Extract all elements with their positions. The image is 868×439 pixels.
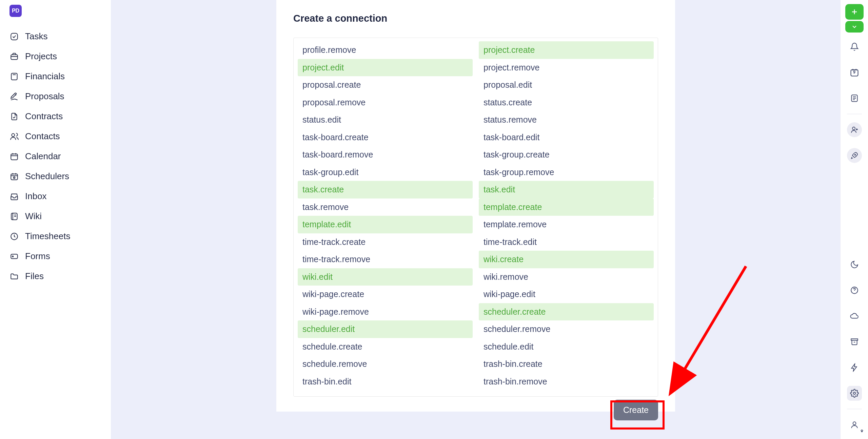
svg-point-17 [853, 422, 856, 425]
document-check-icon [9, 112, 19, 121]
permission-proposal-edit[interactable]: proposal.edit [479, 76, 654, 94]
permission-project-create[interactable]: project.create [479, 41, 654, 59]
calendar-today-icon[interactable]: 9 [847, 65, 862, 80]
permission-status-remove[interactable]: status.remove [479, 111, 654, 129]
permission-task-board-edit[interactable]: task-board.edit [479, 129, 654, 146]
permission-trash-bin-create[interactable]: trash-bin.create [479, 355, 654, 373]
svg-point-16 [853, 392, 855, 395]
help-icon[interactable] [847, 283, 862, 298]
sidebar-item-label: Financials [25, 71, 65, 82]
check-icon [9, 32, 19, 41]
permission-proposal-create[interactable]: proposal.create [298, 76, 473, 94]
sidebar-item-label: Wiki [25, 211, 42, 222]
profile-icon[interactable] [847, 417, 862, 432]
permission-template-remove[interactable]: template.remove [479, 216, 654, 233]
cloud-icon[interactable] [847, 309, 862, 323]
permission-trash-bin-remove[interactable]: trash-bin.remove [479, 373, 654, 391]
briefcase-icon [9, 52, 19, 61]
svg-point-10 [12, 256, 13, 257]
permission-schedule-remove[interactable]: schedule.remove [298, 355, 473, 373]
permission-schedule-create[interactable]: schedule.create [298, 338, 473, 356]
permission-template-edit[interactable]: template.edit [298, 216, 473, 233]
permission-schedule-edit[interactable]: schedule.edit [479, 338, 654, 356]
sidebar-item-label: Timesheets [25, 231, 70, 242]
permission-wiki-create[interactable]: wiki.create [479, 251, 654, 268]
sidebar-item-files[interactable]: Files [6, 266, 105, 286]
sidebar-item-label: Contacts [25, 131, 60, 142]
permission-wiki-page-create[interactable]: wiki-page.create [298, 286, 473, 303]
permission-task-board-create[interactable]: task-board.create [298, 129, 473, 146]
workspace-logo[interactable]: PD [9, 5, 22, 17]
launch-icon[interactable] [847, 148, 862, 163]
sidebar-item-schedulers[interactable]: Schedulers [6, 166, 105, 186]
sidebar-item-wiki[interactable]: Wiki [6, 206, 105, 226]
permission-task-remove[interactable]: task.remove [298, 198, 473, 216]
divider [847, 409, 862, 409]
folder-icon [9, 272, 19, 281]
permission-project-remove[interactable]: project.remove [479, 59, 654, 77]
permission-task-group-remove[interactable]: task-group.remove [479, 164, 654, 181]
sidebar-item-contracts[interactable]: Contracts [6, 106, 105, 126]
permission-wiki-page-edit[interactable]: wiki-page.edit [479, 286, 654, 303]
notes-icon[interactable] [847, 91, 862, 106]
bolt-icon[interactable] [847, 360, 862, 375]
sidebar-item-contacts[interactable]: Contacts [6, 126, 105, 146]
sidebar-item-timesheets[interactable]: Timesheets [6, 226, 105, 246]
archive-icon[interactable] [847, 334, 862, 349]
sidebar-item-tasks[interactable]: Tasks [6, 26, 105, 46]
sidebar-item-label: Projects [25, 51, 57, 62]
sidebar-item-label: Proposals [25, 91, 64, 102]
book-icon [9, 212, 19, 221]
permission-task-create[interactable]: task.create [298, 181, 473, 198]
sidebar-item-label: Calendar [25, 151, 61, 162]
sidebar-item-label: Schedulers [25, 171, 69, 182]
create-connection-panel: Create a connection profile.removeprojec… [276, 0, 675, 412]
permission-time-track-create[interactable]: time-track.create [298, 233, 473, 251]
permission-wiki-page-remove[interactable]: wiki-page.remove [298, 303, 473, 321]
sidebar-item-calendar[interactable]: Calendar [6, 146, 105, 166]
quick-add-dropdown[interactable] [845, 21, 864, 33]
calendar-cog-icon [9, 172, 19, 181]
permission-trash-bin-edit[interactable]: trash-bin.edit [298, 373, 473, 391]
permission-wiki-edit[interactable]: wiki.edit [298, 268, 473, 286]
permission-task-board-remove[interactable]: task-board.remove [298, 146, 473, 164]
permission-wiki-remove[interactable]: wiki.remove [479, 268, 654, 286]
main-area: Create a connection profile.removeprojec… [111, 0, 840, 439]
sidebar-item-inbox[interactable]: Inbox [6, 186, 105, 206]
sidebar: PD TasksProjectsFinancialsProposalsContr… [0, 0, 111, 439]
permission-time-track-remove[interactable]: time-track.remove [298, 251, 473, 268]
sidebar-item-projects[interactable]: Projects [6, 46, 105, 66]
sidebar-item-proposals[interactable]: Proposals [6, 86, 105, 106]
sidebar-item-label: Contracts [25, 111, 63, 122]
sidebar-item-label: Forms [25, 251, 50, 262]
permission-template-create[interactable]: template.create [479, 198, 654, 216]
sidebar-item-forms[interactable]: Forms [6, 246, 105, 266]
svg-rect-4 [11, 154, 18, 160]
notifications-icon[interactable] [847, 39, 862, 54]
svg-point-3 [12, 133, 15, 137]
rightbar: 9 [840, 0, 868, 439]
invite-user-icon[interactable] [847, 122, 862, 137]
permission-time-track-edit[interactable]: time-track.edit [479, 233, 654, 251]
permission-profile-remove[interactable]: profile.remove [298, 41, 473, 59]
create-button[interactable]: Create [614, 400, 658, 420]
permission-scheduler-remove[interactable]: scheduler.remove [479, 320, 654, 338]
calendar-day-number: 9 [853, 70, 855, 75]
quick-add-button[interactable] [845, 4, 864, 20]
svg-point-13 [852, 127, 855, 130]
settings-icon[interactable] [847, 386, 862, 401]
permission-task-group-create[interactable]: task-group.create [479, 146, 654, 164]
sidebar-item-financials[interactable]: Financials [6, 66, 105, 86]
permission-task-group-edit[interactable]: task-group.edit [298, 164, 473, 181]
permission-project-edit[interactable]: project.edit [298, 59, 473, 77]
permission-task-edit[interactable]: task.edit [479, 181, 654, 198]
permission-proposal-remove[interactable]: proposal.remove [298, 94, 473, 111]
permission-scheduler-edit[interactable]: scheduler.edit [298, 320, 473, 338]
svg-rect-2 [11, 73, 17, 80]
permission-status-create[interactable]: status.create [479, 94, 654, 111]
svg-rect-1 [11, 55, 18, 59]
permission-scheduler-create[interactable]: scheduler.create [479, 303, 654, 321]
theme-toggle-icon[interactable] [847, 257, 862, 272]
svg-rect-0 [11, 33, 18, 40]
permission-status-edit[interactable]: status.edit [298, 111, 473, 129]
